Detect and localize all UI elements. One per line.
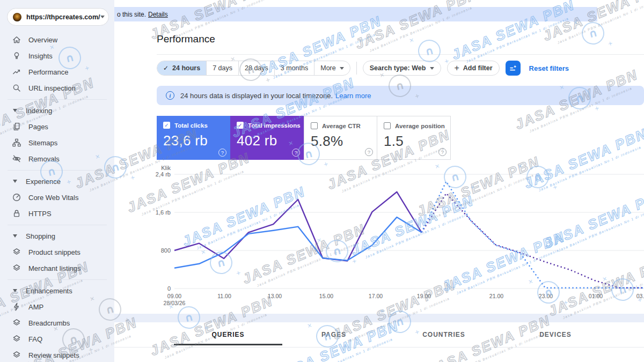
sidebar-section-indexing[interactable]: Indexing	[0, 102, 114, 119]
filter-separator	[356, 62, 357, 75]
chip-label: 24 hours	[172, 64, 200, 72]
tab-devices[interactable]: DEVICES	[515, 322, 596, 347]
svg-text:800: 800	[161, 247, 171, 254]
tune-sparkle-icon	[508, 63, 518, 73]
details-link[interactable]: Details	[148, 11, 168, 18]
metric-label: Average CTR	[322, 123, 361, 129]
help-icon[interactable]: ?	[218, 149, 226, 157]
sidebar-section-label: Shopping	[26, 232, 55, 240]
metric-label: Total clicks	[174, 122, 208, 129]
sidebar-section-experience[interactable]: Experience	[0, 173, 114, 189]
svg-text:Klik: Klik	[161, 165, 171, 171]
chevron-down-icon	[430, 67, 434, 70]
metric-cards: ✓Total clicks23,6 rb?✓Total impressions4…	[157, 116, 451, 160]
sidebar-item-faq[interactable]: FAQ	[0, 331, 114, 347]
rich-result-icon	[12, 350, 21, 360]
plus-icon: +	[454, 63, 459, 73]
sidebar-item-overview[interactable]: Overview	[0, 32, 114, 48]
metric-label: Average position	[395, 123, 445, 129]
metric-card-total-impressions[interactable]: ✓Total impressions402 rb?	[230, 116, 304, 160]
title-divider	[157, 54, 644, 55]
core-web-vitals-icon	[12, 193, 21, 202]
chip-label: 3 months	[281, 64, 308, 72]
checkbox-checked-icon[interactable]: ✓	[237, 122, 244, 129]
chip-label: 7 days	[213, 64, 232, 72]
site-favicon	[13, 13, 21, 21]
date-range-chip-7-days[interactable]: 7 days	[206, 61, 238, 75]
performance-chart: 08001,6 rb2,4 rbKlik09.0028/03/2611.0013…	[114, 161, 644, 314]
sidebar-item-core-web-vitals[interactable]: Core Web Vitals	[0, 189, 114, 205]
sidebar-item-sitemaps[interactable]: Sitemaps	[0, 135, 114, 151]
checkbox-unchecked-icon[interactable]	[384, 122, 391, 129]
sidebar-item-review-snippets[interactable]: Review snippets	[0, 347, 114, 362]
rich-result-icon	[12, 247, 21, 257]
sidebar-item-product-snippets[interactable]: Product snippets	[0, 244, 114, 260]
sidebar-section-shopping[interactable]: Shopping	[0, 228, 114, 244]
add-filter-button[interactable]: + Add filter	[447, 61, 499, 76]
metric-card-total-clicks[interactable]: ✓Total clicks23,6 rb?	[157, 116, 230, 160]
date-range-chip-24-hours[interactable]: ✓24 hours	[157, 61, 206, 75]
search-icon	[12, 83, 21, 93]
sidebar-item-pages[interactable]: Pages	[0, 119, 114, 135]
sidebar-item-insights[interactable]: Insights	[0, 48, 114, 64]
svg-text:11.00: 11.00	[217, 293, 231, 299]
permission-banner: o this site. Details	[114, 7, 597, 21]
chevron-down-icon	[13, 289, 17, 292]
sidebar-item-https[interactable]: HTTPS	[0, 205, 114, 221]
sitemaps-icon	[12, 138, 21, 147]
svg-text:23.00: 23.00	[539, 293, 553, 299]
amp-icon	[12, 302, 21, 312]
sidebar-divider	[8, 279, 107, 280]
sidebar-item-amp[interactable]: AMP	[0, 299, 114, 315]
help-icon[interactable]: ?	[365, 148, 373, 156]
metric-card-average-ctr[interactable]: Average CTR5.8%?	[304, 116, 377, 160]
sidebar-item-label: Sitemaps	[28, 139, 57, 147]
svg-text:21.00: 21.00	[489, 293, 503, 299]
date-range-chip-28-days[interactable]: 28 days	[238, 61, 274, 75]
metric-value: 5.8%	[311, 133, 370, 150]
sidebar-item-url-inspection[interactable]: URL inspection	[0, 80, 114, 96]
info-icon: i	[166, 91, 174, 100]
timezone-notice-text: 24 hours data is displayed in your local…	[180, 92, 333, 100]
timezone-notice: i 24 hours data is displayed in your loc…	[157, 86, 644, 105]
svg-text:01.00: 01.00	[589, 293, 603, 299]
svg-text:09.00: 09.00	[167, 293, 181, 299]
chevron-down-icon	[100, 16, 105, 18]
tab-countries[interactable]: COUNTRIES	[404, 322, 484, 347]
checkbox-checked-icon[interactable]: ✓	[163, 122, 170, 129]
sidebar-item-removals[interactable]: Removals	[0, 151, 114, 167]
sidebar-section-enhancements[interactable]: Enhancements	[0, 283, 114, 299]
add-filter-label: Add filter	[463, 64, 493, 72]
date-range-selector: ✓24 hours7 days28 days3 monthsMore	[157, 61, 350, 76]
property-url: https://thpcreates.com/	[26, 13, 100, 21]
sidebar-divider	[8, 170, 107, 171]
active-tab-underline	[174, 344, 282, 345]
lock-icon	[12, 209, 21, 218]
tab-pages[interactable]: PAGES	[294, 322, 374, 347]
date-range-chip-3-months[interactable]: 3 months	[274, 61, 314, 75]
reset-filters-link[interactable]: Reset filters	[529, 64, 569, 72]
help-icon[interactable]: ?	[292, 149, 300, 157]
sidebar-item-merchant-listings[interactable]: Merchant listings	[0, 260, 114, 276]
date-range-chip-more[interactable]: More	[314, 61, 349, 75]
metric-value: 23,6 rb	[163, 132, 224, 149]
sidebar-item-label: URL inspection	[28, 84, 76, 92]
help-icon[interactable]: ?	[438, 148, 447, 156]
pages-icon	[12, 122, 21, 131]
sidebar-item-breadcrumbs[interactable]: Breadcrumbs	[0, 315, 114, 331]
svg-text:28/03/26: 28/03/26	[164, 300, 186, 306]
sidebar-item-label: FAQ	[28, 335, 42, 343]
rich-result-icon	[12, 318, 21, 328]
learn-more-link[interactable]: Learn more	[335, 92, 371, 100]
sidebar-divider	[8, 99, 107, 100]
checkbox-unchecked-icon[interactable]	[311, 122, 318, 129]
metric-card-average-position[interactable]: Average position1.5?	[377, 116, 451, 160]
chevron-down-icon	[13, 109, 17, 112]
page-title: Performance	[157, 33, 215, 45]
sidebar-item-label: HTTPS	[28, 210, 52, 218]
search-type-dropdown[interactable]: Search type: Web	[363, 61, 442, 76]
filter-settings-button[interactable]	[506, 61, 521, 76]
sidebar-item-performance[interactable]: Performance	[0, 64, 114, 80]
property-selector[interactable]: https://thpcreates.com/	[7, 8, 109, 26]
permission-banner-text: o this site.	[117, 11, 146, 18]
